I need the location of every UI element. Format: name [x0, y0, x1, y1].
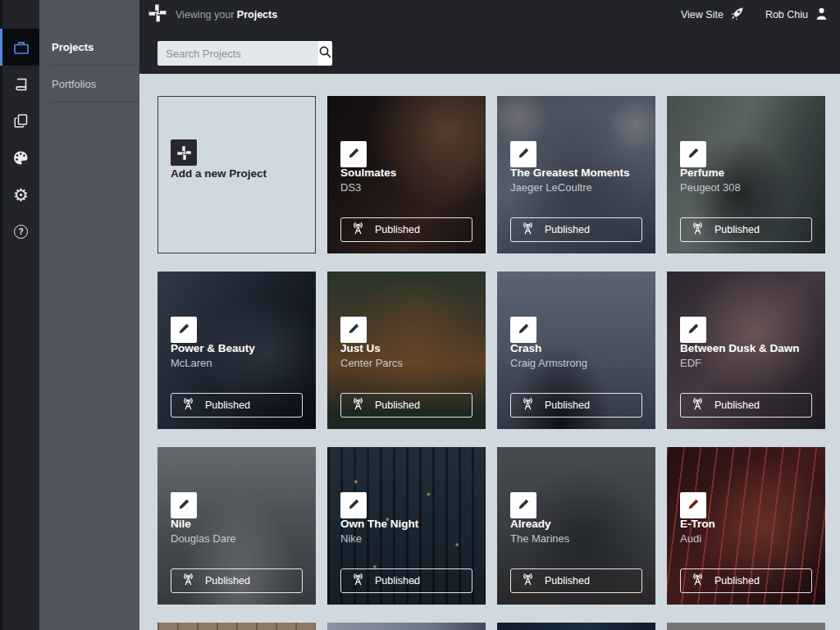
- project-title: Just Us: [340, 342, 481, 354]
- project-card[interactable]: Just Us Center Parcs Published: [327, 272, 486, 429]
- plus-icon: [171, 139, 197, 166]
- project-title: Soulmates: [340, 167, 481, 179]
- pencil-icon: [348, 322, 360, 337]
- edit-project-button[interactable]: [340, 141, 367, 167]
- project-status-label: Published: [714, 575, 760, 587]
- pencil-icon: [518, 498, 530, 513]
- broadcast-icon: [519, 397, 536, 413]
- edit-project-button[interactable]: [680, 317, 706, 343]
- page-title: Viewing your Projects: [176, 9, 277, 21]
- published-badge: Published: [340, 568, 472, 593]
- project-card-partial[interactable]: [158, 623, 316, 630]
- view-site-button[interactable]: View Site: [681, 7, 744, 23]
- pencil-icon: [518, 147, 530, 162]
- published-badge: Published: [680, 568, 812, 593]
- rail-item-theme[interactable]: [2, 139, 39, 176]
- project-card-partial[interactable]: [327, 623, 486, 630]
- project-card[interactable]: Already The Marines Published: [497, 447, 655, 605]
- published-badge: Published: [340, 217, 472, 242]
- published-badge: Published: [510, 568, 642, 593]
- broadcast-icon: [519, 221, 536, 238]
- pencil-icon: [348, 498, 360, 513]
- edit-project-button[interactable]: [340, 492, 367, 518]
- project-card-partial[interactable]: [497, 623, 655, 630]
- edit-project-button[interactable]: [680, 141, 706, 167]
- pencil-icon: [348, 147, 360, 162]
- pages-icon: [13, 113, 29, 129]
- edit-project-button[interactable]: [510, 492, 536, 518]
- project-subtitle: Douglas Dare: [171, 532, 311, 545]
- project-subtitle: Peugeot 308: [680, 181, 820, 194]
- project-title: E-Tron: [680, 518, 820, 530]
- broadcast-icon: [180, 573, 197, 589]
- published-badge: Published: [680, 217, 812, 242]
- edit-project-button[interactable]: [171, 492, 197, 518]
- project-status-label: Published: [545, 399, 590, 411]
- rail-item-projects[interactable]: [0, 29, 39, 66]
- edit-project-button[interactable]: [680, 492, 706, 518]
- project-card[interactable]: The Greatest Moments Jaeger LeCoultre Pu…: [497, 96, 655, 253]
- project-status-label: Published: [545, 224, 590, 235]
- content-area: Add a new Project Soulmates DS3: [139, 74, 840, 630]
- pencil-icon: [518, 322, 530, 337]
- project-card[interactable]: Between Dusk & Dawn EDF Published: [667, 272, 825, 429]
- project-subtitle: DS3: [340, 181, 481, 194]
- sidebar-item-projects[interactable]: Projects: [39, 29, 139, 65]
- project-card-partial[interactable]: [667, 623, 825, 630]
- palette-icon: [13, 151, 29, 165]
- edit-project-button[interactable]: [171, 317, 197, 343]
- project-card[interactable]: Power & Beauty McLaren Published: [158, 272, 316, 429]
- edit-project-button[interactable]: [340, 317, 367, 343]
- pencil-icon: [178, 322, 190, 337]
- published-badge: Published: [510, 393, 642, 418]
- project-title: Own The Night: [340, 518, 481, 530]
- project-subtitle: Center Parcs: [340, 357, 481, 369]
- project-title: Between Dusk & Dawn: [680, 342, 820, 354]
- add-project-card[interactable]: Add a new Project: [158, 96, 316, 253]
- project-title: Perfume: [680, 167, 820, 179]
- pencil-icon: [687, 498, 700, 513]
- project-card[interactable]: Perfume Peugeot 308 Published: [667, 96, 825, 253]
- rail-item-pages-book[interactable]: [2, 66, 39, 103]
- project-title: Crash: [510, 342, 651, 354]
- project-status-label: Published: [545, 575, 590, 587]
- rocket-icon: [730, 7, 744, 23]
- rail-item-help[interactable]: ?: [2, 213, 39, 250]
- project-card[interactable]: Own The Night Nike Published: [327, 447, 486, 605]
- rail-item-copy[interactable]: [2, 103, 39, 139]
- project-card[interactable]: Crash Craig Armstrong Published: [497, 272, 655, 429]
- sidebar-item-portfolios[interactable]: Portfolios: [39, 66, 139, 102]
- briefcase-icon: [13, 40, 30, 55]
- broadcast-icon: [349, 221, 367, 238]
- project-card[interactable]: Soulmates DS3 Published: [327, 96, 486, 253]
- broadcast-icon: [180, 397, 197, 413]
- edit-project-button[interactable]: [510, 317, 536, 343]
- broadcast-icon: [689, 221, 706, 238]
- user-menu[interactable]: Rob Chiu: [765, 7, 829, 23]
- project-status-label: Published: [375, 575, 420, 587]
- sidebar-divider: [51, 102, 139, 103]
- header: Viewing your Projects View Site Rob Chiu: [139, 0, 840, 74]
- project-card[interactable]: E-Tron Audi Published: [667, 447, 825, 605]
- search-input[interactable]: [158, 41, 318, 66]
- edit-project-button[interactable]: [510, 141, 536, 167]
- search-button[interactable]: [318, 41, 332, 66]
- pencil-icon: [178, 498, 190, 513]
- project-status-label: Published: [205, 575, 250, 587]
- project-status-label: Published: [375, 224, 420, 235]
- projects-grid: Add a new Project Soulmates DS3: [139, 74, 840, 630]
- add-project-label: Add a new Project: [171, 167, 267, 180]
- search-icon: [318, 45, 332, 62]
- broadcast-icon: [689, 397, 706, 413]
- pencil-icon: [687, 147, 700, 162]
- project-title: Already: [510, 518, 651, 530]
- rail-item-settings[interactable]: ⚙: [2, 176, 39, 213]
- sidebar: Projects Portfolios: [39, 0, 139, 630]
- project-status-label: Published: [714, 224, 760, 235]
- project-subtitle: Craig Armstrong: [510, 357, 651, 369]
- project-title: Power & Beauty: [171, 342, 311, 354]
- app-logo: [148, 3, 167, 26]
- help-icon: ?: [14, 225, 28, 239]
- project-status-label: Published: [205, 399, 250, 411]
- project-card[interactable]: Nile Douglas Dare Published: [158, 447, 316, 605]
